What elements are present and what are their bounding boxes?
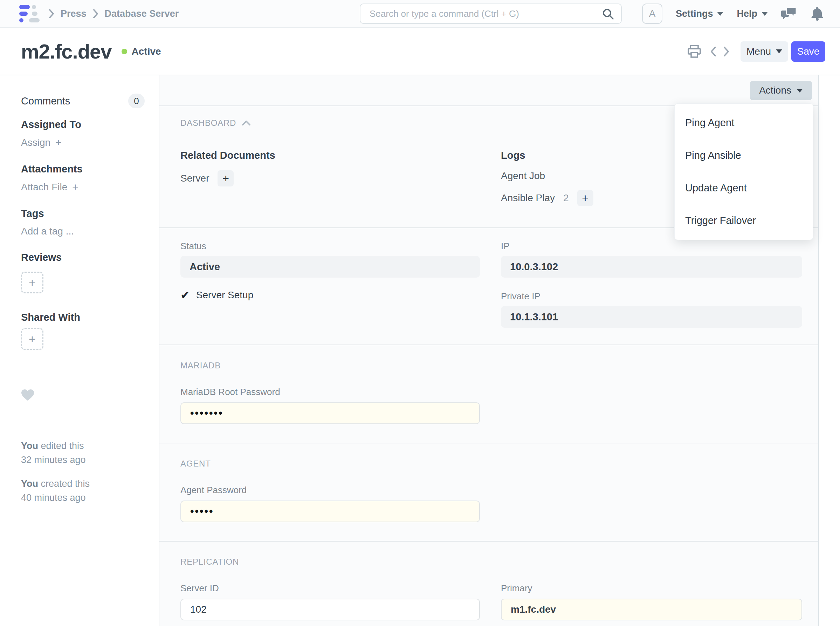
page-head: m2.fc.dev Active Menu — [0, 28, 840, 75]
primary-column: Primary — [501, 583, 802, 620]
tags-heading: Tags — [21, 208, 145, 219]
chevron-down-icon — [776, 49, 782, 53]
breadcrumb-database-server[interactable]: Database Server — [105, 8, 179, 19]
add-ansible-play-button[interactable]: + — [577, 190, 593, 206]
add-tag-input[interactable]: Add a tag ... — [21, 226, 74, 237]
navbar-right: A Settings Help — [642, 3, 824, 24]
created-who: You — [21, 479, 38, 489]
assign-button[interactable]: Assign + — [21, 137, 62, 149]
global-search — [360, 3, 622, 24]
comments-row[interactable]: Comments 0 — [21, 94, 145, 108]
assign-label: Assign — [21, 137, 50, 148]
assigned-to-heading: Assigned To — [21, 119, 145, 130]
like-heart-icon[interactable] — [21, 389, 34, 401]
edited-who: You — [21, 441, 38, 451]
chevron-right-icon — [722, 45, 731, 58]
agent-section-label: AGENT — [180, 459, 211, 469]
agent-password-input[interactable] — [180, 501, 480, 522]
menu-item-ping-agent[interactable]: Ping Agent — [674, 106, 813, 139]
frappe-logo-icon[interactable] — [19, 4, 37, 23]
ansible-play-count: 2 — [563, 192, 569, 203]
agent-job-link[interactable]: Agent Job — [501, 171, 545, 182]
shared-with-heading: Shared With — [21, 311, 145, 323]
status-field-label: Status — [180, 241, 480, 252]
chevron-right-icon — [48, 8, 55, 19]
search-icon[interactable] — [602, 8, 614, 20]
edited-activity: You edited this 32 minutes ago — [21, 439, 145, 467]
primary-input[interactable] — [501, 599, 802, 620]
help-menu[interactable]: Help — [737, 8, 768, 19]
menu-item-update-agent[interactable]: Update Agent — [674, 172, 813, 204]
chat-icon[interactable] — [781, 6, 797, 21]
server-id-input[interactable] — [180, 599, 480, 620]
save-button[interactable]: Save — [791, 41, 825, 62]
actions-button-label: Actions — [759, 85, 791, 96]
breadcrumb: Press Database Server — [48, 8, 179, 19]
status-field-value: Active — [180, 256, 480, 278]
status-indicator: Active — [122, 46, 161, 57]
mariadb-root-password-input[interactable] — [180, 402, 480, 424]
settings-menu[interactable]: Settings — [676, 8, 724, 19]
private-ip-field-label: Private IP — [501, 291, 802, 302]
status-column: Status Active ✔ Server Setup — [180, 241, 480, 328]
printer-icon — [687, 45, 701, 58]
actions-button[interactable]: Actions — [750, 81, 812, 100]
page-head-actions: Menu Save — [687, 41, 825, 62]
agent-password-label: Agent Password — [180, 485, 801, 496]
chevron-down-icon — [796, 89, 803, 92]
server-setup-checkbox[interactable]: ✔ Server Setup — [180, 290, 480, 301]
comments-label: Comments — [21, 95, 70, 107]
primary-label: Primary — [501, 583, 802, 594]
dashboard-section-header[interactable]: DASHBOARD — [180, 118, 251, 128]
ip-field-value: 10.0.3.102 — [501, 256, 802, 278]
server-id-label: Server ID — [180, 583, 480, 594]
search-input[interactable] — [360, 3, 622, 24]
created-when: 40 minutes ago — [21, 493, 86, 503]
created-activity: You created this 40 minutes ago — [21, 477, 145, 505]
help-label: Help — [737, 8, 757, 19]
related-doc-server-link[interactable]: Server — [180, 173, 209, 184]
menu-item-ping-ansible[interactable]: Ping Ansible — [674, 139, 813, 172]
add-review-button[interactable]: + — [21, 272, 44, 293]
plus-icon: + — [29, 276, 36, 290]
attachments-heading: Attachments — [21, 163, 145, 175]
next-record-button[interactable] — [722, 45, 731, 58]
ip-column: IP 10.0.3.102 Private IP 10.1.3.101 — [501, 241, 802, 328]
actions-dropdown-menu: Ping Agent Ping Ansible Update Agent Tri… — [674, 103, 813, 240]
ip-field-label: IP — [501, 241, 802, 252]
menu-item-trigger-failover[interactable]: Trigger Failover — [674, 204, 813, 237]
attach-file-button[interactable]: Attach File + — [21, 181, 78, 193]
right-gutter — [819, 75, 840, 626]
reviews-heading: Reviews — [21, 252, 145, 263]
app-screen: Press Database Server A Settings Help — [0, 0, 840, 626]
related-documents-column: Related Documents Server + — [180, 150, 480, 206]
add-share-button[interactable]: + — [21, 328, 44, 350]
private-ip-field-value: 10.1.3.101 — [501, 306, 802, 328]
print-button[interactable] — [687, 45, 701, 58]
chevron-left-icon — [709, 45, 717, 58]
bell-icon[interactable] — [810, 6, 824, 21]
section-mariadb: MARIADB MariaDB Root Password — [159, 345, 818, 443]
plus-icon: + — [29, 332, 36, 346]
related-doc-row-server: Server + — [180, 171, 480, 186]
menu-button[interactable]: Menu — [740, 41, 788, 62]
related-documents-heading: Related Documents — [180, 150, 480, 161]
avatar[interactable]: A — [642, 3, 662, 24]
section-agent: AGENT Agent Password — [159, 443, 818, 541]
breadcrumb-press[interactable]: Press — [61, 8, 86, 19]
server-id-column: Server ID — [180, 583, 480, 620]
plus-icon: + — [222, 172, 229, 185]
mariadb-section-label: MARIADB — [180, 361, 221, 371]
form-toolbar: Actions — [159, 75, 818, 106]
prev-record-button[interactable] — [709, 45, 717, 58]
comments-count-badge: 0 — [128, 94, 145, 108]
plus-icon: + — [72, 181, 78, 193]
edited-action: edited this — [41, 441, 84, 451]
section-replication: REPLICATION Server ID Primary — [159, 541, 818, 626]
chevron-right-icon — [92, 8, 99, 19]
attach-file-label: Attach File — [21, 182, 67, 193]
ansible-play-link[interactable]: Ansible Play — [501, 192, 555, 203]
server-setup-label: Server Setup — [196, 290, 253, 301]
add-server-button[interactable]: + — [217, 171, 234, 186]
save-button-label: Save — [797, 46, 820, 57]
